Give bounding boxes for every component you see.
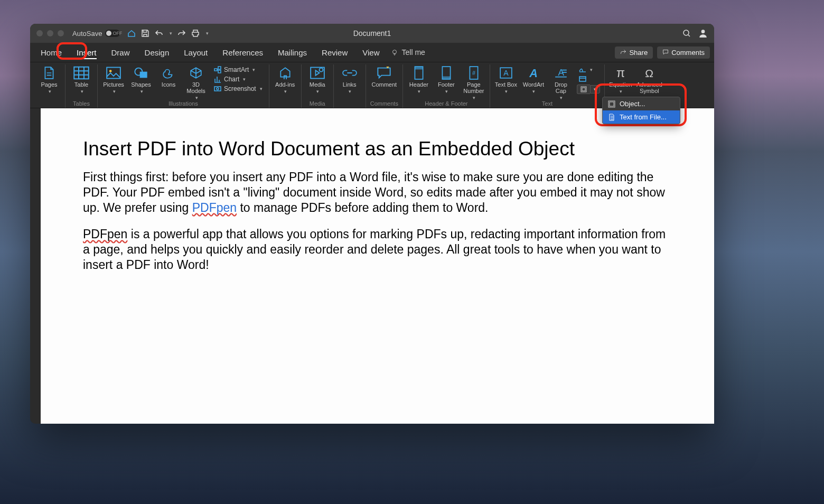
toggle-icon[interactable]: OFF [105, 30, 120, 37]
comments-group-label: Comments [370, 100, 398, 108]
hf-group-label: Header & Footer [425, 100, 467, 108]
header-button[interactable]: Header ▾ [407, 66, 430, 94]
wordart-icon: A [526, 66, 541, 80]
tab-layout[interactable]: Layout [177, 45, 214, 60]
new-comment-icon [376, 66, 392, 80]
3d-models-button[interactable]: 3D Models ▾ [184, 66, 208, 100]
quick-access-toolbar: ▾ ▾ [127, 29, 209, 38]
tab-review[interactable]: Review [315, 45, 354, 60]
shapes-button[interactable]: Shapes ▾ [129, 66, 153, 94]
lightbulb-icon [391, 49, 398, 56]
svg-point-8 [217, 88, 219, 90]
svg-text:#: # [472, 70, 475, 76]
window-controls[interactable] [36, 30, 64, 36]
wordart-button[interactable]: A WordArt ▾ [522, 66, 545, 94]
svg-point-2 [393, 50, 397, 54]
equation-button[interactable]: π Equation ▾ [609, 66, 632, 94]
tab-insert[interactable]: Insert [70, 45, 103, 60]
tell-me-search[interactable]: Tell me [391, 48, 425, 57]
footer-button[interactable]: Footer ▾ [435, 66, 458, 94]
svg-rect-3 [107, 68, 120, 79]
print-icon[interactable] [191, 29, 200, 38]
cube-icon [188, 66, 204, 80]
chevron-down-icon: ▾ [505, 89, 508, 94]
group-pages: Pages ▾ [33, 64, 65, 108]
menu-object-label: Object... [620, 100, 645, 108]
tab-draw[interactable]: Draw [105, 45, 136, 60]
maximize-icon[interactable] [58, 30, 64, 36]
word-window: AutoSave OFF ▾ ▾ Document1 Home Insert D… [30, 24, 714, 424]
signature-line-button[interactable]: ▾ [577, 66, 600, 74]
menu-text-from-file[interactable]: Text from File... [603, 110, 680, 124]
links-button[interactable]: Links ▾ [338, 66, 361, 94]
smartart-button[interactable]: SmartArt▾ [212, 66, 265, 74]
svg-text:π: π [616, 67, 625, 79]
chevron-down-icon[interactable]: ▾ [170, 31, 172, 36]
home-icon[interactable] [127, 29, 136, 38]
pages-button[interactable]: Pages ▾ [38, 66, 61, 94]
media-button[interactable]: Media ▾ [306, 66, 329, 94]
comments-button[interactable]: Comments [657, 46, 710, 59]
tab-view[interactable]: View [356, 45, 386, 60]
addins-button[interactable]: Add-ins ▾ [274, 66, 297, 94]
pictures-button[interactable]: Pictures ▾ [102, 66, 125, 94]
chevron-down-icon: ▾ [81, 89, 83, 94]
datetime-button[interactable] [577, 75, 600, 83]
dropcap-button[interactable]: A Drop Cap ▾ [549, 66, 573, 100]
dropcap-icon: A [553, 66, 569, 80]
icons-button[interactable]: Icons [157, 66, 180, 88]
group-tables: Table ▾ Tables [65, 64, 98, 108]
chevron-down-icon[interactable]: ▾ [590, 85, 600, 94]
tab-references[interactable]: References [216, 45, 269, 60]
page-number-button[interactable]: # Page Number ▾ [462, 66, 485, 100]
close-icon[interactable] [36, 30, 43, 36]
search-icon[interactable] [682, 29, 691, 38]
chevron-down-icon: ▾ [49, 89, 51, 94]
comment-button[interactable]: Comment [371, 66, 397, 88]
object-split-button[interactable]: ▾ [577, 85, 600, 94]
chevron-down-icon: ▾ [113, 89, 116, 94]
duck-icon [161, 66, 176, 80]
chart-button[interactable]: Chart▾ [212, 75, 265, 83]
document-page[interactable]: Insert PDF into Word Document as an Embe… [41, 108, 714, 424]
object-icon[interactable] [577, 85, 590, 94]
screenshot-button[interactable]: Screenshot▾ [212, 85, 265, 93]
redo-icon[interactable] [177, 29, 186, 38]
account-icon[interactable] [698, 29, 708, 38]
chevron-down-icon: ▾ [316, 89, 319, 94]
tab-design[interactable]: Design [138, 45, 176, 60]
tab-mailings[interactable]: Mailings [271, 45, 313, 60]
autosave-toggle[interactable]: AutoSave OFF [72, 30, 120, 38]
share-button[interactable]: Share [615, 46, 653, 59]
group-header-footer: Header ▾ Footer ▾ # Page Number ▾ Header… [403, 64, 490, 108]
symbol-button[interactable]: Ω Advanced Symbol [636, 66, 662, 94]
text-group-label: Text [542, 100, 553, 108]
chevron-down-icon: ▾ [141, 89, 143, 94]
chevron-down-icon: ▾ [195, 95, 198, 100]
svg-rect-7 [214, 87, 221, 91]
pdfpen-link[interactable]: PDFpen [192, 201, 237, 214]
tab-home[interactable]: Home [34, 45, 68, 60]
chevron-down-icon: ▾ [620, 89, 622, 94]
chevron-down-icon: ▾ [418, 89, 420, 94]
smartart-icon [214, 66, 221, 73]
undo-icon[interactable] [155, 29, 163, 38]
tables-group-label: Tables [73, 100, 90, 108]
svg-rect-12 [442, 77, 450, 79]
textbox-button[interactable]: A Text Box ▾ [494, 66, 518, 94]
chevron-down-icon[interactable]: ▾ [206, 31, 209, 36]
illustrations-group-label: Illustrations [168, 100, 198, 108]
header-icon [411, 66, 427, 80]
tell-me-label: Tell me [401, 48, 425, 57]
shapes-icon [133, 66, 149, 80]
media-icon [310, 66, 325, 80]
svg-point-1 [701, 30, 705, 33]
minimize-icon[interactable] [47, 30, 53, 36]
menu-object[interactable]: Object... [603, 97, 680, 110]
textbox-icon: A [498, 66, 514, 80]
table-button[interactable]: Table ▾ [70, 66, 93, 94]
pdfpen-text: PDFpen [83, 227, 127, 241]
svg-rect-6 [140, 72, 147, 78]
svg-rect-24 [610, 102, 614, 106]
save-icon[interactable] [141, 29, 149, 38]
